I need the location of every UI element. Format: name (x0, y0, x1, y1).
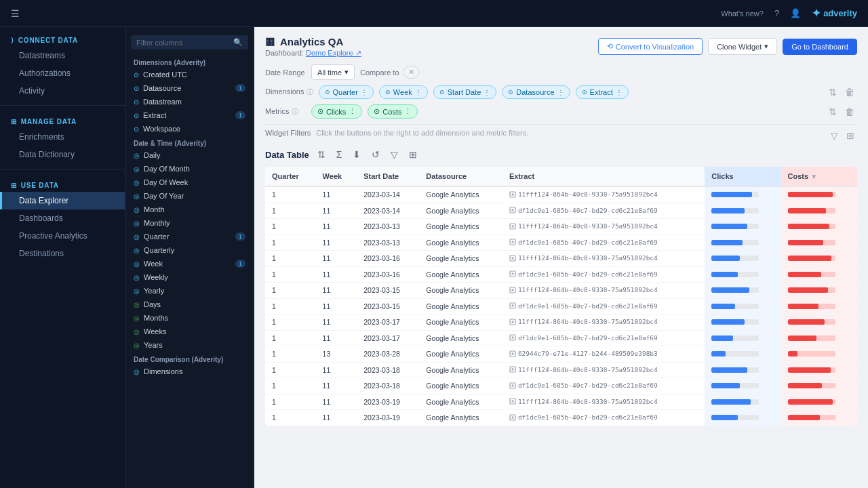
clone-widget-button[interactable]: Clone Widget ▾ (708, 38, 777, 55)
col-item-datastream[interactable]: ⊙Datastream (125, 95, 254, 108)
table-download-button[interactable]: ⬇ (350, 148, 363, 161)
col-item-day-of-week[interactable]: ◎Day Of Week (125, 176, 254, 189)
dim-chip-quarter[interactable]: ⊙ Quarter ⋮ (319, 85, 374, 99)
table-sum-button[interactable]: Σ (334, 148, 345, 161)
th-extract[interactable]: Extract (502, 167, 705, 186)
col-item-dimensions[interactable]: ◎Dimensions (125, 365, 254, 378)
table-sort-button[interactable]: ⇅ (315, 148, 328, 161)
table-filter-button[interactable]: ▽ (388, 148, 401, 161)
sidebar-item-proactive-analytics[interactable]: Proactive Analytics (0, 227, 125, 245)
sidebar-item-destinations[interactable]: Destinations (0, 245, 125, 262)
th-costs[interactable]: Costs▼ (781, 167, 857, 186)
sidebar-section-manage: ⊞ MANAGE DATA Enrichments Data Dictionar… (0, 108, 125, 166)
dim-chip-start-date[interactable]: ⊙ Start Date ⋮ (433, 85, 497, 99)
sort-dimensions-button[interactable]: ⇅ (826, 85, 840, 99)
chip-options-icon[interactable]: ⋮ (404, 107, 412, 116)
col-item-created-utc[interactable]: ⊙Created UTC (125, 68, 254, 81)
dashboard-link[interactable]: Demo Explore ↗ (306, 49, 361, 57)
sort-metrics-button[interactable]: ⇅ (826, 105, 840, 119)
week-badge: 1 (235, 260, 245, 268)
filter-add-button[interactable]: ⊞ (844, 129, 857, 142)
table-row: 1 11 2023-03-16 Google Analytics df1dc9e… (265, 266, 857, 283)
cell-extract: 11fff124-864b-40c8-9330-75a951892bc4 (502, 219, 705, 235)
col-item-quarter[interactable]: ◎Quarter 1 (125, 230, 254, 243)
col-item-extract[interactable]: ⊙Extract 1 (125, 108, 254, 122)
chip-icon: ⊙ (439, 89, 445, 96)
sidebar-item-data-explorer[interactable]: Data Explorer (0, 192, 125, 209)
filter-button[interactable]: ▽ (828, 129, 841, 142)
table-refresh-button[interactable]: ↺ (369, 148, 382, 161)
logo-star-icon: ✦ (812, 7, 821, 20)
table-row: 1 11 2023-03-14 Google Analytics 11fff12… (265, 186, 857, 203)
sidebar-item-authorizations[interactable]: Authorizations (0, 64, 125, 82)
filter-actions: ▽ ⊞ (828, 129, 857, 142)
th-clicks[interactable]: Clicks (705, 167, 781, 186)
cell-clicks (705, 362, 781, 378)
table-settings-button[interactable]: ⊞ (406, 148, 420, 161)
col-item-days[interactable]: ◎Days (125, 298, 254, 311)
col-item-yearly[interactable]: ◎Yearly (125, 284, 254, 298)
cell-week: 11 (316, 362, 357, 378)
logo-text: adverity (823, 8, 857, 18)
cell-start-date: 2023-03-13 (357, 219, 419, 235)
circle-green-icon: ◎ (134, 342, 140, 349)
sidebar-item-dashboards[interactable]: Dashboards (0, 209, 125, 227)
th-quarter[interactable]: Quarter (265, 167, 316, 186)
col-item-day-of-month[interactable]: ◎Day Of Month (125, 162, 254, 176)
col-item-week[interactable]: ◎Week 1 (125, 257, 254, 270)
delete-metrics-button[interactable]: 🗑 (842, 105, 857, 119)
cell-quarter: 1 (265, 235, 316, 251)
cell-extract: df1dc9e1-685b-40c7-bd29-cd6c21e8af69 (502, 410, 705, 426)
col-item-month[interactable]: ◎Month (125, 203, 254, 216)
chip-options-icon[interactable]: ⋮ (616, 89, 623, 96)
convert-visualization-button[interactable]: ⟲ Convert to Visualization (598, 38, 703, 55)
whats-new-link[interactable]: What's new? (721, 9, 764, 18)
chip-options-icon[interactable]: ⋮ (484, 89, 490, 96)
th-start-date[interactable]: Start Date (357, 167, 419, 186)
chip-options-icon[interactable]: ⋮ (349, 107, 356, 116)
chip-options-icon[interactable]: ⋮ (557, 89, 564, 96)
chip-options-icon[interactable]: ⋮ (415, 89, 422, 96)
menu-icon[interactable]: ☰ (11, 8, 20, 19)
dim-chip-extract[interactable]: ⊙ Extract ⋮ (576, 85, 629, 99)
th-week[interactable]: Week (316, 167, 357, 186)
sidebar-manage-header: ⊞ MANAGE DATA (0, 115, 125, 128)
circle-icon: ◎ (134, 192, 140, 200)
col-item-weekly[interactable]: ◎Weekly (125, 270, 254, 284)
cell-week: 11 (316, 378, 357, 394)
dim-chip-datasource[interactable]: ⊙ Datasource ⋮ (502, 85, 570, 99)
col-item-workspace[interactable]: ⊙Workspace (125, 122, 254, 136)
sidebar-item-enrichments[interactable]: Enrichments (0, 128, 125, 146)
search-input[interactable] (136, 39, 231, 47)
cell-extract: 11fff124-864b-40c8-9330-75a951892bc4 (502, 283, 705, 299)
column-search-bar[interactable]: 🔍 (131, 35, 248, 49)
goto-dashboard-button[interactable]: Go to Dashboard (783, 39, 857, 55)
col-item-datasource[interactable]: ⊙Datasource 1 (125, 81, 254, 95)
col-item-months[interactable]: ◎Months (125, 311, 254, 325)
user-icon[interactable]: 👤 (790, 8, 801, 18)
sidebar-item-datastreams[interactable]: Datastreams (0, 47, 125, 64)
dim-chip-week[interactable]: ⊙ Week ⋮ (379, 85, 428, 99)
col-item-day-of-year[interactable]: ◎Day Of Year (125, 189, 254, 203)
col-item-monthly[interactable]: ◎Monthly (125, 216, 254, 230)
col-item-years[interactable]: ◎Years (125, 338, 254, 352)
cell-clicks (705, 283, 781, 299)
dimensions-info-icon[interactable]: ⓘ (307, 88, 313, 96)
help-icon[interactable]: ? (774, 8, 779, 18)
metric-chip-costs[interactable]: ⊙ Costs ⋮ (368, 104, 418, 119)
col-item-daily[interactable]: ◎Daily (125, 148, 254, 162)
sidebar-item-activity[interactable]: Activity (0, 82, 125, 100)
cell-costs (781, 186, 857, 203)
col-item-quarterly[interactable]: ◎Quarterly (125, 243, 254, 257)
clock-icon: ⊙ (134, 125, 139, 133)
date-range-select[interactable]: All time ▾ (311, 64, 355, 80)
chip-options-icon[interactable]: ⋮ (361, 89, 368, 96)
th-datasource[interactable]: Datasource (419, 167, 502, 186)
metrics-info-icon[interactable]: ⓘ (292, 108, 298, 115)
widget-filters-label: Widget Filters (265, 129, 311, 137)
metric-chip-clicks[interactable]: ⊙ Clicks ⋮ (311, 104, 362, 119)
delete-dimensions-button[interactable]: 🗑 (842, 85, 857, 99)
col-item-weeks[interactable]: ◎Weeks (125, 325, 254, 338)
sidebar-item-data-dictionary[interactable]: Data Dictionary (0, 146, 125, 163)
compare-to-toggle[interactable]: ✕ (403, 66, 419, 79)
